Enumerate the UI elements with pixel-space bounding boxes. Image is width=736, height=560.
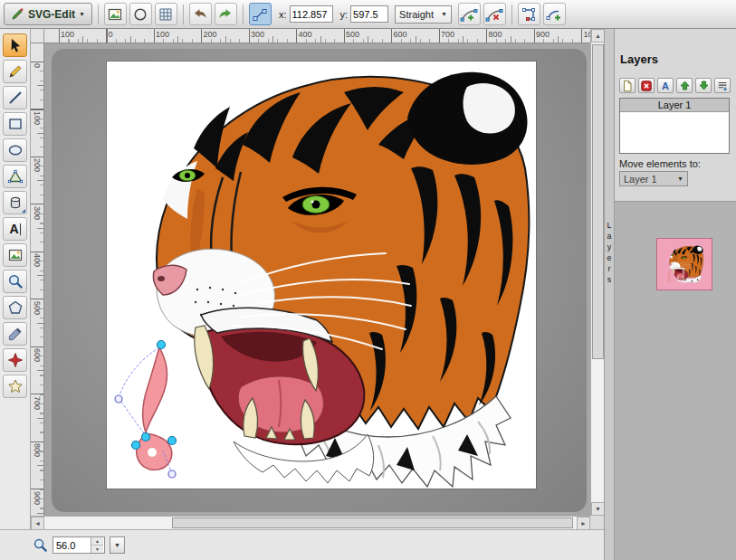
scroll-left-button[interactable]: ◄ (31, 517, 44, 530)
path-node[interactable] (168, 437, 177, 445)
grid-button[interactable] (155, 3, 177, 25)
path-icon (7, 168, 24, 185)
starburst-tool-button[interactable] (3, 348, 27, 372)
eyedropper-icon (7, 326, 24, 342)
zoom-increase-button[interactable]: ▲ (91, 537, 103, 545)
select-cursor-icon (7, 37, 24, 53)
ellipse-tool-button[interactable] (3, 138, 27, 162)
add-node-icon (460, 6, 478, 23)
up-arrow-icon: ▲ (95, 539, 100, 544)
cylinder-icon (7, 195, 24, 211)
right-arrow-icon: ► (580, 520, 587, 527)
star-icon (7, 378, 24, 394)
layers-panel: Layers A Layer 1 Move elements to (615, 29, 736, 560)
delete-layer-button[interactable] (638, 78, 655, 93)
line-icon (7, 90, 24, 106)
ruler-label: 200 (204, 30, 217, 39)
dropdown-caret-icon: ▼ (114, 542, 120, 548)
drawing-canvas[interactable] (107, 62, 536, 489)
image-button[interactable] (104, 3, 127, 25)
node-y-input[interactable] (350, 5, 388, 23)
zoom-stepper: ▲ ▼ (91, 537, 103, 553)
open-path-icon (521, 6, 537, 23)
new-page-icon (621, 80, 634, 92)
image-tool-button[interactable] (3, 243, 27, 267)
node-x-input[interactable] (290, 5, 333, 23)
select-tool-button[interactable] (3, 33, 27, 57)
redo-button[interactable] (215, 3, 237, 25)
path-node[interactable] (142, 433, 150, 441)
vertical-scroll-thumb[interactable] (592, 44, 604, 359)
tiger-illustration (107, 62, 536, 489)
path-control-point[interactable] (168, 470, 176, 478)
rename-layer-button[interactable]: A (657, 78, 674, 93)
layer-thumbnail-image (660, 240, 709, 289)
flyout-arrow-icon (22, 209, 25, 213)
line-tool-button[interactable] (3, 86, 27, 109)
polygon-tool-button[interactable] (3, 296, 27, 319)
ruler-label: 600 (394, 30, 407, 39)
ruler-label: 400 (33, 253, 42, 267)
zoom-icon (33, 537, 48, 553)
path-control-point[interactable] (115, 395, 122, 403)
shape-library-button[interactable] (3, 191, 27, 214)
star-tool-button[interactable] (3, 375, 27, 398)
ruler-label: 300 (33, 206, 42, 220)
segment-type-select[interactable]: Straight ▼ (395, 5, 452, 24)
delete-node-button[interactable] (483, 3, 506, 25)
photo-icon (107, 6, 123, 23)
rect-tool-button[interactable] (3, 112, 27, 136)
undo-button[interactable] (189, 3, 212, 25)
text-tool-button[interactable]: A (3, 217, 27, 241)
layers-panel-tab[interactable]: Layers (604, 29, 615, 560)
ruler-label: 400 (299, 30, 312, 39)
move-layer-up-button[interactable] (676, 78, 693, 93)
toolbar-separator (98, 5, 99, 24)
ruler-label: 100 (61, 30, 74, 39)
add-node-button[interactable] (458, 3, 481, 25)
zoom-tool-button[interactable] (3, 270, 27, 293)
path-node[interactable] (132, 441, 140, 450)
top-toolbar: SVG-Edit ▼ x: y: Straight ▼ (0, 0, 736, 29)
scroll-up-button[interactable]: ▲ (591, 29, 605, 43)
circle-button[interactable] (129, 3, 152, 25)
ruler-label: 0 (33, 63, 42, 68)
scroll-right-button[interactable]: ► (577, 517, 590, 530)
image-icon (7, 247, 24, 263)
move-layer-down-button[interactable] (695, 78, 712, 93)
vertical-scrollbar[interactable]: ▲ ▼ (590, 29, 604, 516)
layer-preview-thumbnail[interactable] (656, 238, 712, 290)
horizontal-scroll-thumb[interactable] (172, 517, 573, 528)
ruler-label: 100 (33, 111, 42, 125)
layer-row[interactable]: Layer 1 (620, 99, 729, 112)
ruler-label: 300 (251, 30, 264, 39)
link-control-points-toggle[interactable] (249, 3, 272, 25)
horizontal-ruler: 1000100200300400500600700800900100 (44, 29, 590, 43)
path-node[interactable] (158, 341, 166, 349)
layers-table: Layer 1 (619, 98, 730, 154)
node-y-label: y: (340, 9, 349, 20)
horizontal-scrollbar[interactable]: ◄ ► (31, 516, 590, 529)
path-tool-button[interactable] (3, 165, 27, 188)
grid-icon (158, 6, 174, 23)
zoom-decrease-button[interactable]: ▼ (91, 545, 103, 553)
text-tool-icon: A (9, 222, 18, 236)
down-arrow-icon: ▼ (95, 547, 100, 552)
ruler-label: 0 (109, 30, 113, 39)
scroll-down-button[interactable]: ▼ (591, 502, 605, 516)
open-path-button[interactable] (518, 3, 540, 25)
merge-layer-button[interactable] (714, 78, 731, 93)
zoom-preset-dropdown[interactable]: ▼ (110, 536, 125, 554)
new-layer-button[interactable] (619, 78, 636, 93)
toolbar-separator (183, 5, 184, 24)
eyedropper-tool-button[interactable] (3, 322, 27, 346)
pencil-tool-button[interactable] (3, 60, 27, 83)
svgedit-menu-button[interactable]: SVG-Edit ▼ (4, 3, 92, 25)
add-subpath-button[interactable] (543, 3, 566, 25)
canvas-viewport[interactable] (44, 43, 590, 516)
vertical-ruler: 0100200300400500600700800900 (31, 43, 44, 516)
move-elements-value: Layer 1 (624, 174, 657, 185)
undo-icon (192, 6, 208, 23)
move-elements-select[interactable]: Layer 1 ▼ (619, 171, 688, 186)
zoom-value-input[interactable] (53, 537, 91, 553)
